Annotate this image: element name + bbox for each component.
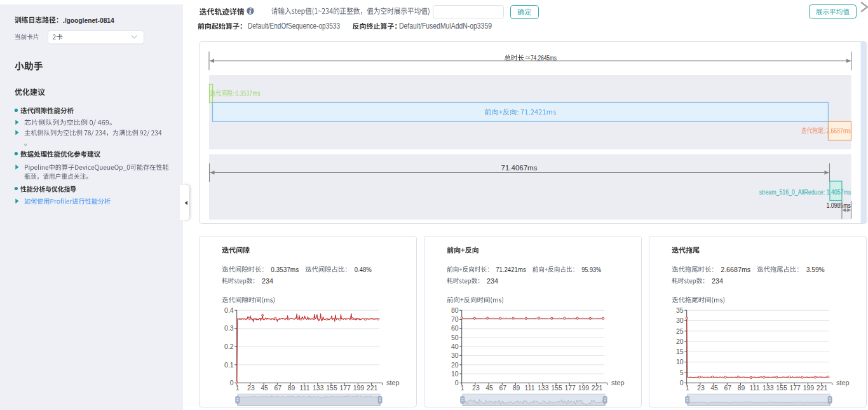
svg-text:133: 133 xyxy=(763,384,774,392)
svg-text:1: 1 xyxy=(686,384,689,392)
svg-text:221: 221 xyxy=(367,384,378,392)
svg-text:155: 155 xyxy=(326,384,337,392)
svg-text:step: step xyxy=(836,379,849,386)
svg-text:stream_516_0_AllReduce: 1.4057: stream_516_0_AllReduce: 1.4057ms xyxy=(759,188,851,196)
svg-text:71.4067ms: 71.4067ms xyxy=(501,164,538,172)
svg-text:0.48%: 0.48% xyxy=(355,266,372,273)
svg-text:45: 45 xyxy=(485,384,493,392)
svg-text:20: 20 xyxy=(676,338,684,345)
svg-text:23: 23 xyxy=(247,384,255,392)
svg-text:234: 234 xyxy=(487,277,498,285)
svg-text:199: 199 xyxy=(803,384,815,392)
svg-text:1: 1 xyxy=(236,384,240,392)
svg-text:0.3: 0.3 xyxy=(224,324,234,332)
svg-text:45: 45 xyxy=(261,384,268,392)
svg-text:234: 234 xyxy=(262,277,273,285)
svg-text:1.0985ms: 1.0985ms xyxy=(826,202,851,209)
svg-text:23: 23 xyxy=(697,384,705,392)
svg-text:3.59%: 3.59% xyxy=(806,266,825,273)
svg-text:67: 67 xyxy=(274,384,281,392)
svg-text:70: 70 xyxy=(451,315,459,323)
svg-text:71.2421ms: 71.2421ms xyxy=(496,266,526,273)
svg-text:74.2645ms: 74.2645ms xyxy=(531,54,557,62)
svg-text:155: 155 xyxy=(776,384,787,392)
svg-text:89: 89 xyxy=(513,384,520,392)
svg-text:45: 45 xyxy=(710,384,718,392)
svg-text:80: 80 xyxy=(451,306,459,314)
svg-text:1: 1 xyxy=(461,384,465,392)
svg-text:89: 89 xyxy=(738,384,745,392)
svg-text:./googlenet-0814: ./googlenet-0814 xyxy=(63,17,115,24)
svg-text:35: 35 xyxy=(676,306,684,314)
svg-text:10: 10 xyxy=(676,358,684,366)
svg-text:234: 234 xyxy=(712,277,723,285)
svg-text:199: 199 xyxy=(353,384,365,392)
svg-text:133: 133 xyxy=(538,384,549,392)
svg-text:111: 111 xyxy=(525,384,535,392)
svg-text:67: 67 xyxy=(724,384,731,392)
svg-text:155: 155 xyxy=(551,384,562,392)
svg-text:199: 199 xyxy=(578,384,590,392)
svg-text:15: 15 xyxy=(676,348,684,355)
svg-text:177: 177 xyxy=(564,384,576,392)
svg-text:0: 0 xyxy=(680,379,684,386)
svg-text:23: 23 xyxy=(472,384,480,392)
svg-text:133: 133 xyxy=(313,384,324,392)
svg-text:111: 111 xyxy=(750,384,760,392)
svg-text:2.6687ms: 2.6687ms xyxy=(721,266,751,273)
svg-text:221: 221 xyxy=(592,384,603,392)
svg-text:0.4: 0.4 xyxy=(224,306,234,314)
svg-text:221: 221 xyxy=(817,384,828,392)
svg-text:5: 5 xyxy=(680,369,684,376)
svg-text:0.2: 0.2 xyxy=(224,343,234,350)
svg-text:Default/EndOfSequence-op3533: Default/EndOfSequence-op3533 xyxy=(248,22,340,31)
svg-text:step: step xyxy=(386,379,399,386)
svg-text:89: 89 xyxy=(288,384,295,392)
svg-text:67: 67 xyxy=(499,384,506,392)
svg-text:20: 20 xyxy=(451,361,459,369)
svg-text:177: 177 xyxy=(339,384,351,392)
svg-text:step: step xyxy=(611,379,624,386)
svg-text:0.1: 0.1 xyxy=(224,361,234,369)
svg-text:30: 30 xyxy=(676,317,684,324)
svg-text:0: 0 xyxy=(230,379,234,386)
svg-text:30: 30 xyxy=(451,352,459,359)
svg-text:0: 0 xyxy=(455,379,459,386)
svg-text:Default/FusedMulAddN-op3359: Default/FusedMulAddN-op3359 xyxy=(399,22,492,31)
svg-text:60: 60 xyxy=(451,324,459,332)
svg-text:50: 50 xyxy=(451,334,459,341)
svg-text:40: 40 xyxy=(451,343,459,350)
svg-text:25: 25 xyxy=(676,327,684,335)
svg-text:10: 10 xyxy=(451,370,459,378)
svg-text:111: 111 xyxy=(300,384,310,392)
svg-text:177: 177 xyxy=(789,384,801,392)
svg-text:0.3537ms: 0.3537ms xyxy=(271,266,299,273)
svg-text:95.93%: 95.93% xyxy=(581,266,601,273)
